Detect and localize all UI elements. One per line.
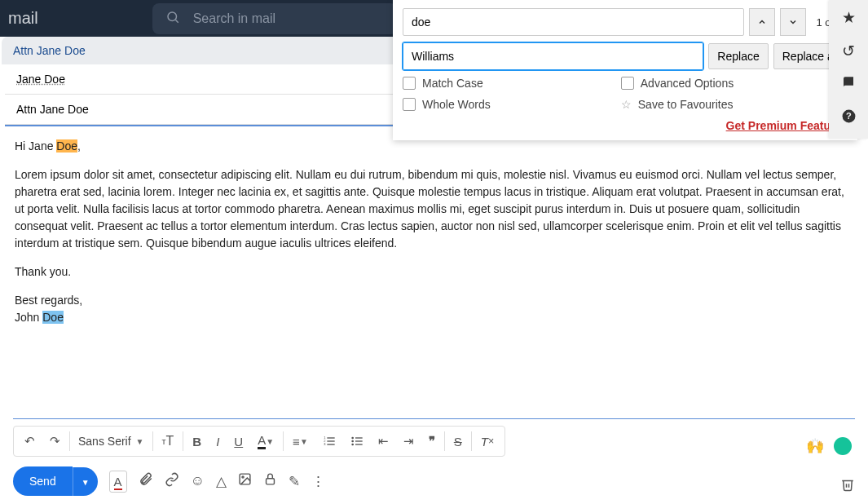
drive-icon[interactable]: △ [216, 473, 227, 490]
send-options-button[interactable]: ▼ [73, 467, 98, 496]
find-input[interactable] [403, 8, 744, 36]
numbered-list-button[interactable]: 123 [315, 428, 343, 454]
emoji-icon[interactable]: ☺ [191, 473, 205, 489]
attach-icon[interactable] [139, 472, 153, 491]
svg-line-1 [175, 20, 178, 22]
svg-rect-18 [267, 479, 275, 484]
align-button[interactable]: ≡ ▼ [285, 428, 315, 454]
star-icon[interactable]: ★ [842, 8, 856, 27]
clear-formatting-button[interactable]: T× [474, 428, 501, 454]
link-icon[interactable] [165, 472, 179, 491]
celebrate-icon[interactable]: 🙌 [806, 437, 824, 455]
image-icon[interactable] [238, 472, 252, 490]
send-button[interactable]: Send [13, 466, 73, 496]
search-icon [165, 10, 180, 28]
svg-rect-6 [327, 444, 334, 444]
search-box[interactable]: Search in mail [152, 3, 397, 34]
text-format-toggle[interactable]: A [109, 471, 127, 493]
svg-text:?: ? [846, 111, 852, 121]
underline-button[interactable]: U [227, 428, 250, 454]
body-thanks: Thank you. [15, 263, 844, 281]
bottom-toolbar: Send ▼ A ☺ △ ✎ ⋮ [13, 466, 855, 496]
save-favourites[interactable]: ☆Save to Favourites [621, 98, 734, 111]
premium-link[interactable]: Get Premium Features [403, 119, 848, 132]
svg-point-12 [351, 444, 354, 446]
mail-logo: mail [8, 9, 38, 28]
replace-button[interactable]: Replace [708, 43, 768, 69]
svg-rect-15 [355, 444, 363, 444]
advanced-options-checkbox[interactable]: Advanced Options [621, 77, 734, 90]
find-prev-button[interactable] [749, 8, 775, 36]
text-color-button[interactable]: A ▼ [250, 428, 281, 454]
svg-text:3: 3 [324, 442, 326, 446]
svg-point-17 [242, 476, 244, 478]
star-outline-icon: ☆ [621, 98, 632, 111]
svg-rect-14 [355, 440, 363, 441]
bullet-list-button[interactable] [343, 428, 371, 454]
book-icon[interactable] [841, 75, 856, 94]
discard-icon[interactable] [840, 477, 855, 496]
svg-rect-13 [355, 437, 363, 438]
svg-point-0 [168, 12, 177, 21]
extension-sidebar: ★ ↺ ? [829, 0, 868, 139]
match-case-checkbox[interactable]: Match Case [403, 77, 491, 90]
svg-point-10 [351, 437, 354, 440]
redo-button[interactable]: ↷ [42, 428, 68, 454]
confidential-icon[interactable] [263, 472, 277, 490]
more-options-icon[interactable]: ⋮ [311, 473, 325, 490]
find-match-current: Doe [56, 139, 77, 153]
chevron-down-icon: ▼ [136, 437, 144, 446]
italic-button[interactable]: I [209, 428, 227, 454]
pen-icon[interactable]: ✎ [289, 473, 300, 490]
history-icon[interactable]: ↺ [842, 42, 855, 60]
body-regards: Best regards, [15, 294, 82, 307]
search-placeholder: Search in mail [193, 11, 275, 26]
svg-point-11 [351, 440, 354, 443]
svg-rect-5 [327, 440, 334, 441]
font-size-button[interactable]: тT [155, 428, 182, 454]
quote-button[interactable]: ❞ [421, 428, 443, 454]
font-family-select[interactable]: Sans Serif▼ [72, 435, 151, 448]
find-match: Doe [42, 311, 64, 324]
help-icon[interactable]: ? [841, 108, 857, 128]
email-body[interactable]: Hi Jane Doe, Lorem ipsum dolor sit amet,… [2, 126, 857, 404]
indent-less-button[interactable]: ⇤ [371, 428, 396, 454]
greeting-post: , [77, 139, 81, 153]
svg-rect-4 [327, 437, 334, 438]
find-replace-panel: 1 of 2 Replace Replace all Match Case Wh… [393, 0, 857, 140]
greeting-pre: Hi Jane [15, 139, 56, 153]
undo-button[interactable]: ↶ [17, 428, 42, 454]
replace-input[interactable] [403, 42, 703, 70]
sig-pre: John [15, 311, 42, 324]
format-toolbar: ↶ ↷ Sans Serif▼ тT B I U A ▼ ≡ ▼ 123 ⇤ ⇥… [13, 418, 855, 457]
editor-extras: 🙌 [806, 437, 852, 455]
whole-words-checkbox[interactable]: Whole Words [403, 98, 491, 111]
find-next-button[interactable] [780, 8, 806, 36]
grammarly-icon[interactable] [834, 437, 852, 455]
strikethrough-button[interactable]: S [447, 428, 469, 454]
indent-more-button[interactable]: ⇥ [396, 428, 421, 454]
body-paragraph: Lorem ipsum dolor sit amet, consectetur … [15, 166, 844, 252]
bold-button[interactable]: B [185, 428, 209, 454]
